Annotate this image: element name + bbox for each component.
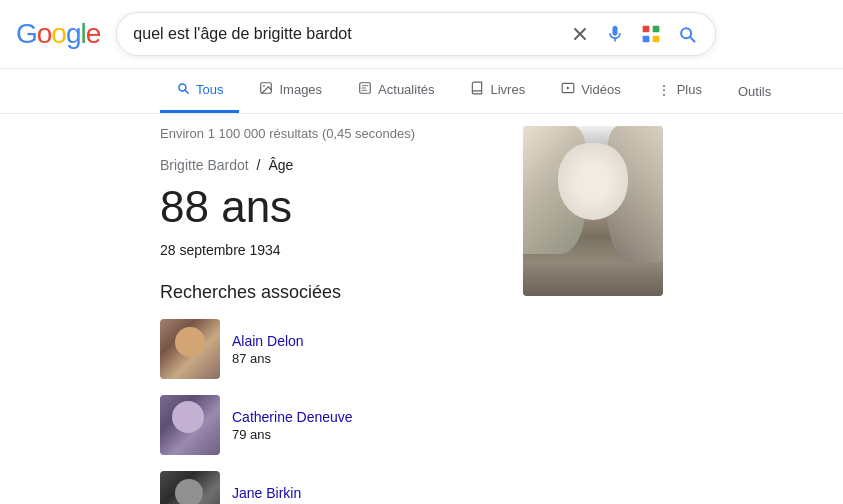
bardot-photo-container [523,126,663,296]
tab-actualites-label: Actualités [378,82,434,97]
birthdate: 28 septembre 1934 [160,242,503,258]
svg-point-5 [264,85,266,87]
main-content: Environ 1 100 000 résultats (0,45 second… [0,114,843,504]
header: G o o g l e [0,0,843,69]
related-searches-section: Recherches associées Alain Delon 87 ans [160,282,503,504]
search-icon [677,24,697,44]
images-tab-icon [259,81,273,98]
tab-tous-label: Tous [196,82,223,97]
tab-videos-label: Vidéos [581,82,621,97]
lens-search-button[interactable] [639,22,663,46]
lens-icon [641,24,661,44]
svg-rect-0 [643,26,650,33]
related-card-delon[interactable]: Alain Delon 87 ans [160,319,304,379]
clear-icon [571,25,589,43]
breadcrumb-separator: / [257,157,261,173]
tab-plus-label: Plus [677,82,702,97]
breadcrumb-current: Âge [268,157,293,173]
search-input[interactable] [133,25,561,43]
tab-tous[interactable]: Tous [160,69,239,113]
related-grid: Alain Delon 87 ans Catherine Deneuve 79 … [160,319,503,504]
tabs-bar: Tous Images Actualités Livres Vidéos ⋮ P… [0,69,843,114]
breadcrumb: Brigitte Bardot / Âge [160,157,503,173]
related-photo-delon [160,319,220,379]
related-info-deneuve: Catherine Deneuve 79 ans [232,408,353,443]
results-column: Environ 1 100 000 résultats (0,45 second… [160,126,503,504]
related-info-birkin: Jane Birkin 76 ans [232,484,301,505]
logo-letter-o2: o [51,18,66,50]
more-tab-icon: ⋮ [657,82,671,98]
search-bar [116,12,716,56]
actualites-tab-icon [358,81,372,98]
svg-rect-1 [653,26,660,33]
svg-rect-2 [643,36,650,43]
tab-videos[interactable]: Vidéos [545,69,637,113]
clear-button[interactable] [569,23,591,45]
tab-plus[interactable]: ⋮ Plus [641,70,718,113]
logo-letter-g2: g [66,18,81,50]
bardot-face [558,143,628,220]
deneuve-photo-image [160,395,220,455]
related-photo-deneuve [160,395,220,455]
voice-search-button[interactable] [603,22,627,46]
logo-letter-o1: o [37,18,52,50]
tab-images[interactable]: Images [243,69,338,113]
birkin-name: Jane Birkin [232,484,301,504]
delon-name: Alain Delon [232,332,304,352]
videos-tab-icon [561,81,575,98]
age-value: 88 ans [160,181,503,234]
search-tab-icon [176,81,190,98]
tab-images-label: Images [279,82,322,97]
related-card-deneuve[interactable]: Catherine Deneuve 79 ans [160,395,353,455]
related-info-delon: Alain Delon 87 ans [232,332,304,367]
bardot-photo-column [523,126,683,504]
bardot-photo-image [523,126,663,296]
microphone-icon [605,24,625,44]
search-icons [569,22,699,46]
deneuve-age: 79 ans [232,427,353,442]
related-searches-title: Recherches associées [160,282,503,303]
related-photo-birkin [160,471,220,504]
tab-livres[interactable]: Livres [454,69,541,113]
delon-age: 87 ans [232,351,304,366]
livres-tab-icon [470,81,484,98]
logo-letter-e: e [86,18,101,50]
svg-rect-3 [653,36,660,43]
birkin-photo-image [160,471,220,504]
logo-letter-g1: G [16,18,37,50]
tab-livres-label: Livres [490,82,525,97]
related-card-birkin[interactable]: Jane Birkin 76 ans [160,471,301,504]
result-count: Environ 1 100 000 résultats (0,45 second… [160,126,503,141]
delon-photo-image [160,319,220,379]
breadcrumb-person-link[interactable]: Brigitte Bardot [160,157,249,173]
tab-actualites[interactable]: Actualités [342,69,450,113]
deneuve-name: Catherine Deneuve [232,408,353,428]
google-logo: G o o g l e [16,18,100,50]
tab-outils[interactable]: Outils [722,72,787,111]
search-submit-button[interactable] [675,22,699,46]
